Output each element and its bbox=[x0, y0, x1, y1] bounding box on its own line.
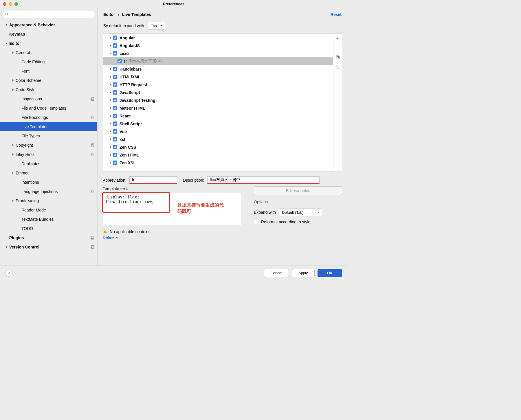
sidebar-item-code-editing[interactable]: Code Editing bbox=[0, 57, 97, 67]
abbreviation-label: Abbreviation: bbox=[103, 178, 126, 183]
description-label: Description: bbox=[183, 178, 204, 183]
template-text-input[interactable] bbox=[103, 193, 241, 225]
breadcrumb-editor[interactable]: Editor bbox=[103, 12, 115, 17]
apply-button[interactable]: Apply bbox=[292, 269, 315, 277]
remove-icon[interactable] bbox=[335, 45, 340, 51]
copy-icon[interactable] bbox=[335, 55, 340, 60]
abbreviation-input[interactable] bbox=[129, 176, 177, 184]
template-group-vue[interactable]: Vue bbox=[103, 128, 333, 135]
sidebar-item-language-injections[interactable]: Language Injections bbox=[0, 187, 97, 196]
sidebar-item-file-encodings[interactable]: File Encodings bbox=[0, 113, 97, 122]
sidebar-item-textmate-bundles[interactable]: TextMate Bundles bbox=[0, 215, 97, 224]
template-group-angular[interactable]: Angular bbox=[103, 34, 333, 42]
sidebar-item-label: General bbox=[16, 50, 30, 55]
checkbox-checked[interactable] bbox=[113, 106, 117, 110]
minimize-window-button[interactable] bbox=[9, 2, 12, 6]
sidebar-item-version-control[interactable]: Version Control bbox=[0, 242, 97, 252]
sidebar-item-appearance-behavior[interactable]: Appearance & Behavior bbox=[0, 20, 97, 30]
traffic-lights bbox=[3, 2, 18, 6]
checkbox-checked[interactable] bbox=[118, 59, 122, 63]
sidebar-item-reader-mode[interactable]: Reader Mode bbox=[0, 205, 97, 215]
template-group-zen-xsl[interactable]: Zen XSL bbox=[103, 159, 333, 167]
checkbox-checked[interactable] bbox=[113, 129, 117, 134]
reformat-checkbox[interactable] bbox=[254, 220, 258, 224]
template-group-cexo[interactable]: cexo bbox=[103, 49, 333, 57]
template-group-handlebars[interactable]: Handlebars bbox=[103, 65, 333, 73]
template-group-http-request[interactable]: HTTP Request bbox=[103, 81, 333, 89]
search-input[interactable] bbox=[3, 11, 94, 18]
checkbox-checked[interactable] bbox=[113, 98, 117, 102]
template-group-label: Zen CSS bbox=[120, 145, 136, 150]
template-group-zen-css[interactable]: Zen CSS bbox=[103, 143, 333, 151]
template-group-shell-script[interactable]: Shell Script bbox=[103, 120, 333, 128]
define-context-link[interactable]: Define bbox=[103, 235, 118, 240]
checkbox-checked[interactable] bbox=[113, 82, 117, 87]
checkbox-checked[interactable] bbox=[113, 161, 117, 165]
maximize-window-button[interactable] bbox=[14, 2, 18, 6]
template-item-fr[interactable]: fr(flex布局水平居中) bbox=[103, 57, 333, 65]
template-group-label: cexo bbox=[120, 51, 129, 56]
template-group-zen-html[interactable]: Zen HTML bbox=[103, 151, 333, 159]
add-icon[interactable] bbox=[335, 36, 340, 41]
svg-rect-4 bbox=[91, 116, 94, 119]
description-input[interactable] bbox=[207, 176, 320, 184]
sidebar-item-intentions[interactable]: Intentions bbox=[0, 178, 97, 187]
template-group-xsl[interactable]: xsl bbox=[103, 135, 333, 143]
ok-button[interactable]: OK bbox=[318, 269, 342, 277]
checkbox-checked[interactable] bbox=[113, 36, 117, 40]
sidebar-item-file-types[interactable]: File Types bbox=[0, 131, 97, 141]
sidebar-item-live-templates[interactable]: Live Templates bbox=[0, 122, 97, 131]
sidebar-item-proofreading[interactable]: Proofreading bbox=[0, 196, 97, 205]
chevron-right-icon bbox=[109, 115, 112, 117]
reset-link[interactable]: Reset bbox=[331, 12, 342, 17]
edit-variables-button[interactable]: Edit variables bbox=[254, 186, 342, 195]
checkbox-checked[interactable] bbox=[113, 43, 117, 48]
sidebar-item-plugins[interactable]: Plugins bbox=[0, 233, 97, 242]
template-list[interactable]: AngularAngularJScexofr(flex布局水平居中)Handle… bbox=[103, 34, 333, 172]
sidebar-item-emmet[interactable]: Emmet bbox=[0, 168, 97, 178]
checkbox-checked[interactable] bbox=[113, 114, 117, 118]
template-group-html-xml[interactable]: HTML/XML bbox=[103, 73, 333, 81]
template-group-label: React bbox=[120, 114, 131, 118]
sidebar-item-editor[interactable]: Editor bbox=[0, 39, 97, 48]
sidebar-item-duplicates[interactable]: Duplicates bbox=[0, 159, 97, 168]
sidebar-item-label: File and Code Templates bbox=[21, 106, 66, 110]
expand-with-select[interactable]: Default (Tab) bbox=[279, 209, 322, 216]
checkbox-checked[interactable] bbox=[113, 153, 117, 157]
sidebar-item-label: Keymap bbox=[9, 32, 25, 36]
close-window-button[interactable] bbox=[3, 2, 6, 6]
undo-icon[interactable] bbox=[335, 64, 340, 69]
sidebar-item-file-and-code-templates[interactable]: File and Code Templates bbox=[0, 104, 97, 113]
sidebar-item-label: File Encodings bbox=[21, 115, 48, 120]
sidebar-item-general[interactable]: General bbox=[0, 48, 97, 57]
checkbox-checked[interactable] bbox=[113, 51, 117, 56]
sidebar-item-label: Reader Mode bbox=[21, 208, 46, 212]
template-group-javascript-testing[interactable]: JavaScript Testing bbox=[103, 96, 333, 104]
template-group-meteor-html[interactable]: Meteor HTML bbox=[103, 104, 333, 112]
checkbox-checked[interactable] bbox=[113, 75, 117, 79]
sidebar-item-todo[interactable]: TODO bbox=[0, 224, 97, 233]
checkbox-checked[interactable] bbox=[113, 121, 117, 126]
sidebar-item-color-scheme[interactable]: Color Scheme bbox=[0, 76, 97, 85]
checkbox-checked[interactable] bbox=[113, 145, 117, 149]
template-group-react[interactable]: React bbox=[103, 112, 333, 120]
chevron-down-icon bbox=[109, 52, 112, 55]
checkbox-checked[interactable] bbox=[113, 67, 117, 71]
sidebar-item-inlay-hints[interactable]: Inlay Hints bbox=[0, 150, 97, 159]
template-group-angularjs[interactable]: AngularJS bbox=[103, 42, 333, 49]
checkbox-checked[interactable] bbox=[113, 90, 117, 95]
scope-badge-icon bbox=[90, 189, 94, 194]
cancel-button[interactable]: Cancel bbox=[264, 269, 289, 277]
chevron-right-icon bbox=[109, 122, 112, 125]
sidebar-item-code-style[interactable]: Code Style bbox=[0, 85, 97, 94]
default-expand-select[interactable]: Tab bbox=[148, 22, 165, 30]
sidebar-item-copyright[interactable]: Copyright bbox=[0, 141, 97, 150]
content-pane: Editor › Live Templates Reset By default… bbox=[98, 8, 347, 266]
sidebar-item-keymap[interactable]: Keymap bbox=[0, 30, 97, 39]
sidebar-item-inspections[interactable]: Inspections bbox=[0, 94, 97, 104]
checkbox-checked[interactable] bbox=[113, 137, 117, 141]
help-button[interactable]: ? bbox=[5, 270, 12, 277]
sidebar-item-font[interactable]: Font bbox=[0, 67, 97, 76]
template-group-javascript[interactable]: JavaScript bbox=[103, 89, 333, 96]
sidebar: Appearance & BehaviorKeymapEditorGeneral… bbox=[0, 8, 98, 266]
